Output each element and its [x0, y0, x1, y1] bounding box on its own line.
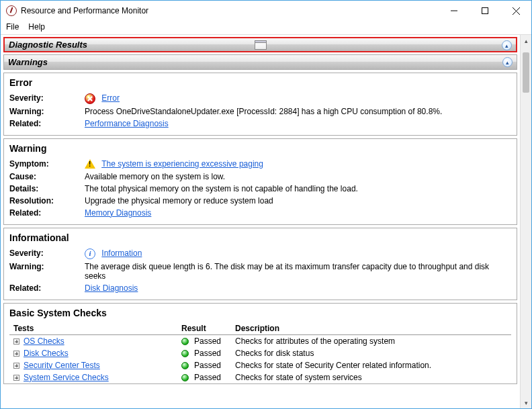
- expand-icon[interactable]: [13, 351, 19, 357]
- menubar: File Help: [1, 21, 531, 34]
- value-warning: Process OneDriveStandaloneUpdater.exe [P…: [85, 107, 511, 116]
- related-link[interactable]: Performance Diagnosis: [85, 119, 169, 128]
- expand-icon[interactable]: [13, 363, 19, 369]
- result-text: Passed: [194, 361, 221, 370]
- col-description[interactable]: Description: [231, 322, 511, 335]
- label-cause: Cause:: [9, 172, 85, 181]
- desc-text: Checks for disk status: [231, 347, 511, 359]
- collapse-icon[interactable]: ▴: [502, 40, 512, 50]
- window-title: Resource and Performance Monitor: [17, 6, 439, 15]
- label-resolution: Resolution:: [9, 196, 85, 206]
- error-panel: Error Severity: Error Warning: Process O…: [3, 73, 517, 136]
- label-details: Details:: [9, 184, 85, 193]
- vertical-scrollbar[interactable]: ▴ ▾: [520, 35, 531, 408]
- close-button[interactable]: [500, 1, 531, 21]
- window-controls: [439, 1, 531, 21]
- col-result[interactable]: Result: [177, 322, 231, 335]
- panel-heading: Informational: [9, 232, 511, 243]
- label-related: Related:: [9, 283, 85, 293]
- scroll-thumb[interactable]: [523, 52, 529, 93]
- result-text: Passed: [194, 373, 221, 382]
- label-related: Related:: [9, 208, 85, 218]
- desc-text: Checks for state of Security Center rela…: [231, 359, 511, 371]
- maximize-button[interactable]: [470, 1, 500, 21]
- test-link[interactable]: OS Checks: [24, 336, 64, 346]
- value-details: The total physical memory on the system …: [85, 184, 511, 193]
- table-row: Disk Checks Passed Checks for disk statu…: [9, 347, 511, 359]
- desc-text: Checks for state of system services: [231, 371, 511, 383]
- desc-text: Checks for attributes of the operating s…: [231, 334, 511, 347]
- related-link[interactable]: Disk Diagnosis: [85, 283, 138, 293]
- collapse-icon[interactable]: ▴: [502, 57, 513, 67]
- value-related: Performance Diagnosis: [85, 119, 511, 128]
- banner-diagnostic-results[interactable]: Diagnostic Results ▴: [3, 37, 517, 52]
- main-window: Resource and Performance Monitor File He…: [0, 0, 532, 409]
- label-severity: Severity:: [9, 93, 85, 104]
- severity-link[interactable]: Error: [101, 93, 120, 103]
- value-warning: The average disk queue length is 6. The …: [85, 262, 511, 281]
- menu-help[interactable]: Help: [28, 22, 45, 32]
- app-icon: [6, 5, 17, 16]
- expand-icon[interactable]: [13, 375, 19, 381]
- panel-heading: Warning: [9, 143, 511, 154]
- panel-heading: Basic System Checks: [9, 308, 511, 318]
- scroll-down-icon[interactable]: ▾: [521, 397, 531, 408]
- expand-icon[interactable]: [13, 338, 19, 345]
- table-header-row: Tests Result Description: [9, 322, 511, 335]
- value-cause: Available memory on the system is low.: [85, 172, 511, 181]
- checks-table: Tests Result Description OS Checks Passe…: [9, 322, 511, 383]
- label-severity: Severity:: [9, 248, 85, 259]
- content-wrap: Diagnostic Results ▴ Warnings ▴ Error Se…: [1, 34, 531, 408]
- minimize-button[interactable]: [439, 1, 470, 21]
- titlebar: Resource and Performance Monitor: [1, 1, 531, 21]
- calendar-icon: [255, 40, 267, 50]
- label-symptom: Symptom:: [9, 159, 85, 169]
- content-area: Diagnostic Results ▴ Warnings ▴ Error Se…: [1, 35, 520, 408]
- svg-rect-1: [482, 8, 488, 14]
- panel-heading: Error: [9, 77, 511, 88]
- label-warning: Warning:: [9, 107, 85, 116]
- pass-icon: [181, 374, 189, 381]
- table-row: System Service Checks Passed Checks for …: [9, 371, 511, 383]
- scroll-up-icon[interactable]: ▴: [521, 35, 531, 46]
- basic-system-checks: Basic System Checks Tests Result Descrip…: [3, 303, 517, 384]
- label-related: Related:: [9, 119, 85, 128]
- value-related: Disk Diagnosis: [85, 283, 511, 293]
- pass-icon: [181, 350, 189, 357]
- info-icon: [85, 248, 95, 259]
- value-severity: Error: [85, 93, 511, 104]
- col-tests[interactable]: Tests: [9, 322, 177, 335]
- table-row: Security Center Tests Passed Checks for …: [9, 359, 511, 371]
- symptom-link[interactable]: The system is experiencing excessive pag…: [101, 159, 263, 169]
- banner-title: Diagnostic Results: [9, 40, 87, 50]
- result-text: Passed: [194, 349, 221, 358]
- severity-link[interactable]: Information: [101, 248, 142, 258]
- informational-panel: Informational Severity: Information Warn…: [3, 228, 517, 300]
- pass-icon: [181, 338, 189, 345]
- related-link[interactable]: Memory Diagnosis: [85, 208, 151, 218]
- warning-icon: [85, 159, 95, 169]
- result-text: Passed: [194, 336, 221, 346]
- pass-icon: [181, 362, 189, 369]
- test-link[interactable]: Security Center Tests: [24, 361, 100, 370]
- banner-warnings[interactable]: Warnings ▴: [3, 54, 517, 70]
- table-row: OS Checks Passed Checks for attributes o…: [9, 334, 511, 347]
- value-severity: Information: [85, 248, 511, 259]
- menu-file[interactable]: File: [6, 22, 19, 32]
- test-link[interactable]: System Service Checks: [24, 373, 109, 382]
- banner-title: Warnings: [8, 57, 48, 67]
- label-warning: Warning:: [9, 262, 85, 281]
- test-link[interactable]: Disk Checks: [24, 349, 69, 358]
- error-icon: [85, 93, 95, 104]
- value-related: Memory Diagnosis: [85, 208, 511, 218]
- value-symptom: The system is experiencing excessive pag…: [85, 159, 511, 169]
- value-resolution: Upgrade the physical memory or reduce sy…: [85, 196, 511, 206]
- warning-panel: Warning Symptom: The system is experienc…: [3, 138, 517, 225]
